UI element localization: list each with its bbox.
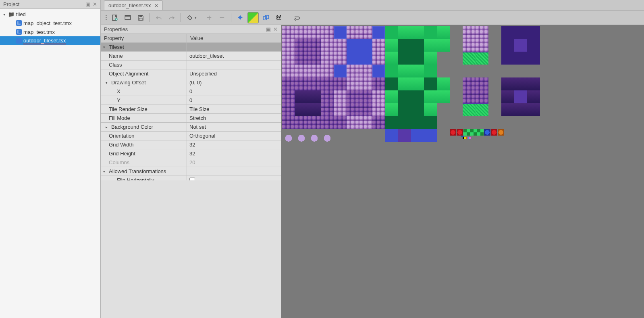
properties-list: ▾Tileset Nameoutdoor_tileset Class Objec… bbox=[101, 43, 281, 180]
prop-bgcolor-value[interactable]: Not set bbox=[187, 123, 281, 131]
prop-x-value[interactable]: 0 bbox=[187, 87, 281, 96]
prop-gw-value[interactable]: 32 bbox=[187, 140, 281, 149]
prop-bgcolor-label[interactable]: Background Color bbox=[111, 124, 153, 130]
tsx-file-icon bbox=[16, 38, 22, 44]
properties-panel: Properties ▣ ✕ Property Value ▾Tileset N… bbox=[101, 25, 281, 318]
prop-fill-label: Fill Mode bbox=[101, 114, 187, 122]
project-panel-header: Project ▣ ✕ bbox=[0, 0, 100, 9]
prop-name-label: Name bbox=[101, 52, 187, 60]
tmx-file-icon bbox=[16, 29, 22, 35]
section-tileset[interactable]: Tileset bbox=[109, 44, 124, 50]
select-tool-button[interactable] bbox=[235, 12, 246, 23]
prop-cols-label: Columns bbox=[101, 158, 187, 167]
redo-button[interactable] bbox=[166, 12, 177, 23]
svg-rect-4 bbox=[139, 15, 142, 17]
prop-class-label: Class bbox=[101, 61, 187, 69]
tree-file-label: outdoor_tileset.tsx bbox=[23, 38, 66, 44]
main-area: outdoor_tileset.tsx ✕ ▾ bbox=[101, 0, 644, 318]
prop-y-value[interactable]: 0 bbox=[187, 96, 281, 105]
value-column-header: Value bbox=[187, 34, 206, 42]
tileset-properties-button[interactable] bbox=[184, 12, 195, 23]
tree-file-selected[interactable]: outdoor_tileset.tsx bbox=[0, 36, 100, 45]
tileset-viewport[interactable] bbox=[281, 25, 644, 318]
custom-props-area[interactable] bbox=[101, 180, 281, 318]
prop-orient-value[interactable]: Orthogonal bbox=[187, 132, 281, 140]
prop-render-label: Tile Render Size bbox=[101, 105, 187, 113]
panel-float-icon[interactable]: ▣ bbox=[85, 1, 90, 7]
prop-orient-label: Orientation bbox=[101, 132, 187, 140]
project-panel: Project ▣ ✕ ▾ tiled map_object_test.tmx … bbox=[0, 0, 101, 318]
close-icon[interactable]: ✕ bbox=[154, 3, 158, 8]
project-panel-title: Project bbox=[3, 1, 19, 7]
remove-tiles-button[interactable] bbox=[216, 12, 228, 23]
svg-rect-7 bbox=[263, 17, 266, 20]
animation-tool-button[interactable] bbox=[273, 12, 285, 23]
tab-label: outdoor_tileset.tsx bbox=[108, 2, 151, 8]
properties-panel-title: Properties bbox=[104, 26, 128, 32]
tree-file-label: map_test.tmx bbox=[23, 29, 55, 35]
svg-point-6 bbox=[189, 16, 189, 17]
tree-file[interactable]: map_object_test.tmx bbox=[0, 19, 100, 27]
prop-name-value[interactable]: outdoor_tileset bbox=[187, 52, 281, 60]
tree-file[interactable]: map_test.tmx bbox=[0, 27, 100, 36]
prop-gw-label: Grid Width bbox=[101, 140, 187, 149]
prop-y-label: Y bbox=[101, 96, 187, 105]
project-tree: ▾ tiled map_object_test.tmx map_test.tmx… bbox=[0, 9, 100, 318]
prop-alignment-label: Object Alignment bbox=[101, 69, 187, 78]
dynamic-wrapping-button[interactable] bbox=[291, 12, 303, 23]
svg-rect-13 bbox=[280, 15, 281, 16]
flip-h-checkbox[interactable] bbox=[189, 178, 195, 181]
panel-close-icon[interactable]: ✕ bbox=[273, 26, 278, 32]
sprite-row bbox=[450, 129, 504, 136]
document-tab[interactable]: outdoor_tileset.tsx ✕ bbox=[104, 0, 163, 10]
toolbar: ▾ bbox=[101, 10, 644, 25]
terrain-tool-button[interactable] bbox=[247, 12, 259, 23]
properties-grid-header: Property Value bbox=[101, 34, 281, 43]
prop-render-value[interactable]: Tile Size bbox=[187, 105, 281, 113]
save-button[interactable] bbox=[135, 12, 146, 23]
svg-rect-8 bbox=[266, 15, 269, 19]
prop-offset-label[interactable]: Drawing Offset bbox=[111, 80, 146, 86]
tree-root-folder[interactable]: ▾ tiled bbox=[0, 10, 100, 19]
new-tileset-button[interactable] bbox=[109, 12, 120, 23]
tmx-file-icon bbox=[16, 20, 22, 26]
collision-tool-button[interactable] bbox=[260, 12, 272, 23]
document-tabbar: outdoor_tileset.tsx ✕ bbox=[101, 0, 644, 10]
chevron-down-icon[interactable]: ▾ bbox=[2, 12, 6, 17]
section-allowed[interactable]: Allowed Transformations bbox=[109, 168, 166, 174]
properties-panel-header: Properties ▣ ✕ bbox=[101, 25, 281, 34]
svg-rect-3 bbox=[125, 15, 131, 17]
prop-x-label: X bbox=[101, 87, 187, 96]
prop-fill-value[interactable]: Stretch bbox=[187, 114, 281, 122]
add-tiles-button[interactable] bbox=[204, 12, 215, 23]
prop-class-value[interactable] bbox=[187, 61, 281, 69]
prop-cols-value: 20 bbox=[187, 158, 281, 167]
pixel-sprite bbox=[461, 134, 473, 142]
tree-folder-label: tiled bbox=[16, 11, 26, 17]
svg-rect-5 bbox=[139, 18, 142, 20]
panel-close-icon[interactable]: ✕ bbox=[93, 1, 97, 7]
property-column-header: Property bbox=[101, 34, 187, 42]
embed-tileset-button[interactable] bbox=[122, 12, 133, 23]
prop-gh-label: Grid Height bbox=[101, 149, 187, 158]
panel-float-icon[interactable]: ▣ bbox=[266, 26, 271, 32]
drag-handle-icon[interactable] bbox=[105, 15, 108, 20]
tree-file-label: map_object_test.tmx bbox=[23, 20, 72, 26]
prop-alignment-value[interactable]: Unspecified bbox=[187, 69, 281, 78]
prop-fliph-label: Flip Horizontally bbox=[101, 176, 187, 180]
folder-icon bbox=[8, 11, 15, 17]
prop-gh-value[interactable]: 32 bbox=[187, 149, 281, 158]
svg-rect-12 bbox=[277, 15, 278, 16]
prop-offset-value[interactable]: (0, 0) bbox=[187, 78, 281, 87]
undo-button[interactable] bbox=[153, 12, 164, 23]
tileset-image[interactable] bbox=[282, 26, 540, 142]
